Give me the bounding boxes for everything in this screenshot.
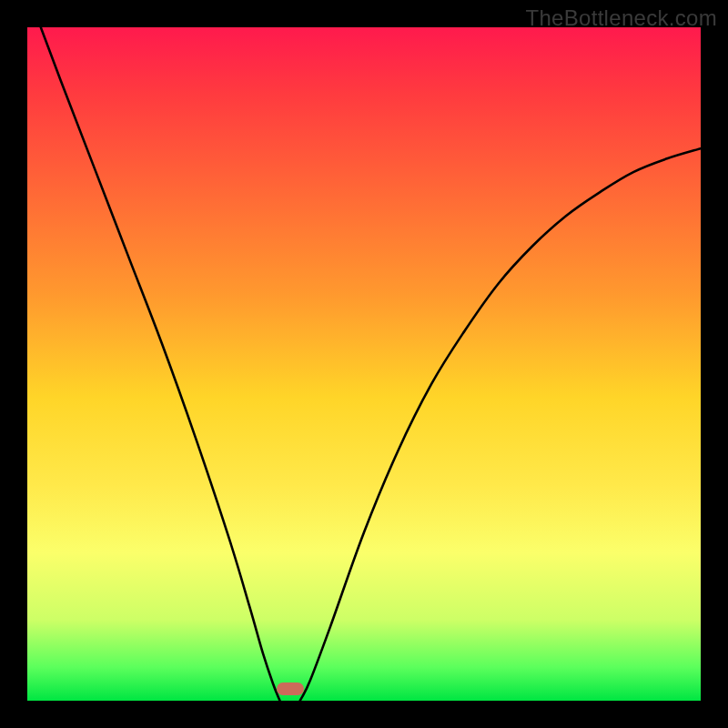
curve-left xyxy=(41,27,280,701)
bottleneck-marker xyxy=(277,682,304,695)
curve-layer xyxy=(27,27,701,701)
plot-area xyxy=(27,27,701,701)
chart-stage: TheBottleneck.com xyxy=(0,0,728,728)
curve-right xyxy=(300,148,701,701)
